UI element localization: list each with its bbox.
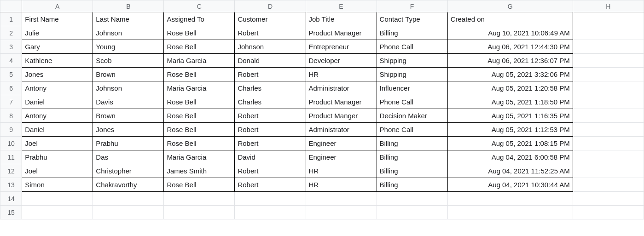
row-header-1[interactable]: 1	[0, 12, 22, 26]
cell-B2[interactable]: Johnson	[93, 26, 164, 40]
cell-D10[interactable]: Robert	[235, 137, 306, 150]
cell-G11[interactable]: Aug 04, 2021 6:00:58 PM	[447, 150, 573, 164]
cell-F13[interactable]: Billing	[377, 178, 447, 192]
col-header-A[interactable]: A	[22, 0, 93, 12]
cell-D12[interactable]: Robert	[235, 164, 306, 178]
row-header-10[interactable]: 10	[0, 137, 22, 150]
row-header-13[interactable]: 13	[0, 178, 22, 192]
cell-A5[interactable]: Jones	[22, 68, 93, 81]
cell-F12[interactable]: Billing	[377, 164, 447, 178]
cell-B7[interactable]: Davis	[93, 95, 164, 109]
cell-G5[interactable]: Aug 05, 2021 3:32:06 PM	[447, 68, 573, 81]
cell-C10[interactable]: Rose Bell	[164, 137, 235, 150]
cell-F14[interactable]	[377, 192, 447, 206]
cell-C7[interactable]: Rose Bell	[164, 95, 235, 109]
select-all-corner[interactable]	[0, 0, 22, 12]
cell-B13[interactable]: Chakravorthy	[93, 178, 164, 192]
cell-F11[interactable]: Billing	[377, 150, 447, 164]
cell-D6[interactable]: Charles	[235, 81, 306, 95]
row-header-14[interactable]: 14	[0, 192, 22, 206]
cell-D15[interactable]	[235, 206, 306, 219]
cell-B3[interactable]: Young	[93, 40, 164, 54]
cell-A1[interactable]: First Name	[22, 12, 93, 26]
cell-H8[interactable]	[573, 109, 644, 123]
cell-F3[interactable]: Phone Call	[377, 40, 447, 54]
cell-C1[interactable]: Assigned To	[164, 12, 235, 26]
cell-B1[interactable]: Last Name	[93, 12, 164, 26]
cell-F6[interactable]: Influencer	[377, 81, 447, 95]
cell-F5[interactable]: Shipping	[377, 68, 447, 81]
cell-H2[interactable]	[573, 26, 644, 40]
col-header-H[interactable]: H	[573, 0, 644, 12]
cell-B5[interactable]: Brown	[93, 68, 164, 81]
cell-E8[interactable]: Product Manger	[306, 109, 377, 123]
cell-G6[interactable]: Aug 05, 2021 1:20:58 PM	[447, 81, 573, 95]
cell-E5[interactable]: HR	[306, 68, 377, 81]
cell-G10[interactable]: Aug 05, 2021 1:08:15 PM	[447, 137, 573, 150]
cell-G12[interactable]: Aug 04, 2021 11:52:25 AM	[447, 164, 573, 178]
cell-B11[interactable]: Das	[93, 150, 164, 164]
cell-C3[interactable]: Rose Bell	[164, 40, 235, 54]
cell-D5[interactable]: Robert	[235, 68, 306, 81]
col-header-E[interactable]: E	[306, 0, 377, 12]
cell-C5[interactable]: Rose Bell	[164, 68, 235, 81]
row-header-7[interactable]: 7	[0, 95, 22, 109]
cell-E9[interactable]: Administrator	[306, 123, 377, 137]
cell-G1[interactable]: Created on	[447, 12, 573, 26]
cell-A3[interactable]: Gary	[22, 40, 93, 54]
cell-A14[interactable]	[22, 192, 93, 206]
row-header-11[interactable]: 11	[0, 150, 22, 164]
cell-H3[interactable]	[573, 40, 644, 54]
cell-A13[interactable]: Simon	[22, 178, 93, 192]
cell-A8[interactable]: Antony	[22, 109, 93, 123]
cell-E1[interactable]: Job Title	[306, 12, 377, 26]
cell-F8[interactable]: Decision Maker	[377, 109, 447, 123]
cell-H11[interactable]	[573, 150, 644, 164]
cell-H13[interactable]	[573, 178, 644, 192]
cell-C2[interactable]: Rose Bell	[164, 26, 235, 40]
cell-F2[interactable]: Billing	[377, 26, 447, 40]
cell-D9[interactable]: Robert	[235, 123, 306, 137]
cell-D14[interactable]	[235, 192, 306, 206]
cell-H10[interactable]	[573, 137, 644, 150]
cell-E4[interactable]: Developer	[306, 54, 377, 68]
cell-C4[interactable]: Maria Garcia	[164, 54, 235, 68]
cell-G7[interactable]: Aug 05, 2021 1:18:50 PM	[447, 95, 573, 109]
cell-C12[interactable]: James Smith	[164, 164, 235, 178]
row-header-6[interactable]: 6	[0, 81, 22, 95]
cell-B6[interactable]: Johnson	[93, 81, 164, 95]
col-header-F[interactable]: F	[377, 0, 447, 12]
cell-A15[interactable]	[22, 206, 93, 219]
cell-C9[interactable]: Rose Bell	[164, 123, 235, 137]
cell-A4[interactable]: Kathlene	[22, 54, 93, 68]
cell-G15[interactable]	[447, 206, 573, 219]
row-header-2[interactable]: 2	[0, 26, 22, 40]
cell-E13[interactable]: HR	[306, 178, 377, 192]
cell-E12[interactable]: HR	[306, 164, 377, 178]
cell-G13[interactable]: Aug 04, 2021 10:30:44 AM	[447, 178, 573, 192]
cell-D1[interactable]: Customer	[235, 12, 306, 26]
cell-A2[interactable]: Julie	[22, 26, 93, 40]
cell-F9[interactable]: Phone Call	[377, 123, 447, 137]
cell-B8[interactable]: Brown	[93, 109, 164, 123]
spreadsheet-grid[interactable]: A B C D E F G H 1 First Name Last Name A…	[0, 0, 644, 219]
cell-G8[interactable]: Aug 05, 2021 1:16:35 PM	[447, 109, 573, 123]
cell-A12[interactable]: Joel	[22, 164, 93, 178]
cell-B12[interactable]: Christopher	[93, 164, 164, 178]
cell-D4[interactable]: Donald	[235, 54, 306, 68]
cell-G9[interactable]: Aug 05, 2021 1:12:53 PM	[447, 123, 573, 137]
cell-C13[interactable]: Rose Bell	[164, 178, 235, 192]
cell-H1[interactable]	[573, 12, 644, 26]
cell-H12[interactable]	[573, 164, 644, 178]
cell-G14[interactable]	[447, 192, 573, 206]
cell-H7[interactable]	[573, 95, 644, 109]
cell-H6[interactable]	[573, 81, 644, 95]
cell-H15[interactable]	[573, 206, 644, 219]
cell-B4[interactable]: Scob	[93, 54, 164, 68]
cell-D11[interactable]: David	[235, 150, 306, 164]
cell-A10[interactable]: Joel	[22, 137, 93, 150]
cell-F1[interactable]: Contact Type	[377, 12, 447, 26]
col-header-D[interactable]: D	[235, 0, 306, 12]
cell-E10[interactable]: Engineer	[306, 137, 377, 150]
cell-E7[interactable]: Product Manager	[306, 95, 377, 109]
